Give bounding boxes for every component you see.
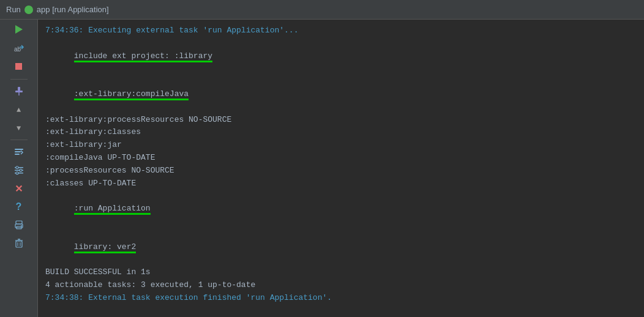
print-icon: [14, 220, 24, 230]
app-label: app [run Application]: [37, 5, 109, 14]
highlighted-text-4: library: ver2: [74, 242, 136, 253]
help-icon: ?: [16, 201, 22, 212]
log-line-6: :ext-library:jar: [45, 139, 637, 152]
print-button[interactable]: [10, 217, 28, 234]
svg-rect-3: [18, 87, 20, 91]
main-container: ab: [0, 20, 644, 317]
rerun-icon: ab: [13, 44, 24, 54]
svg-rect-18: [16, 241, 22, 247]
log-line-2: include ext project: :library: [45, 37, 637, 75]
trash-button[interactable]: [10, 235, 28, 252]
log-line-7: :compileJava UP-TO-DATE: [45, 152, 637, 165]
log-line-14: 7:34:38: External task execution finishe…: [45, 292, 637, 305]
title-bar: Run app [run Application]: [0, 0, 644, 20]
left-toolbar: ab: [0, 20, 38, 317]
arrow-up-button[interactable]: [10, 101, 28, 118]
arrow-up-icon: [17, 104, 21, 115]
settings-button[interactable]: [10, 162, 28, 179]
separator-1: [10, 79, 28, 80]
settings-icon: [14, 165, 24, 175]
log-line-3: :ext-library:compileJava: [45, 75, 637, 113]
highlighted-text-2: :ext-library:compileJava: [74, 89, 189, 100]
svg-rect-2: [15, 91, 23, 92]
stop-button[interactable]: [10, 59, 28, 76]
svg-point-9: [16, 166, 18, 169]
pin-icon: [13, 86, 24, 97]
log-line-11: library: ver2: [45, 228, 637, 266]
arrow-down-icon: [17, 122, 21, 133]
close-button[interactable]: ✕: [10, 180, 28, 197]
svg-point-13: [16, 172, 18, 174]
log-line-8: :processResources NO-SOURCE: [45, 165, 637, 177]
log-line-12: BUILD SUCCESSFUL in 1s: [45, 266, 637, 279]
run-label: Run: [6, 5, 21, 14]
log-line-5: :ext-library:classes: [45, 126, 637, 139]
log-line-4: :ext-library:processResources NO-SOURCE: [45, 114, 637, 127]
log-line-9: :classes UP-TO-DATE: [45, 177, 637, 190]
highlighted-text-3: :run Application: [74, 204, 151, 215]
separator-2: [10, 140, 28, 140]
rerun-button[interactable]: ab: [10, 40, 28, 58]
pin-button[interactable]: [10, 83, 28, 100]
highlighted-text-1: include ext project: :library: [74, 51, 212, 62]
run-status-icon: [24, 6, 33, 14]
svg-point-17: [21, 225, 22, 226]
console-output: 7:34:36: Executing external task 'run Ap…: [38, 20, 644, 317]
svg-rect-6: [15, 151, 21, 152]
log-line-1: 7:34:36: Executing external task 'run Ap…: [45, 24, 637, 37]
wrap-button[interactable]: [10, 143, 28, 160]
play-icon: [15, 25, 23, 37]
help-button[interactable]: ?: [10, 198, 28, 215]
log-line-10: :run Application: [45, 190, 637, 228]
svg-rect-5: [15, 149, 23, 150]
trash-icon: [15, 239, 23, 248]
svg-rect-14: [16, 221, 22, 224]
svg-rect-7: [15, 154, 20, 155]
log-line-13: 4 actionable tasks: 3 executed, 1 up-to-…: [45, 279, 637, 292]
close-icon: ✕: [15, 183, 23, 195]
stop-icon: [15, 62, 22, 73]
play-button[interactable]: [10, 22, 28, 39]
arrow-down-button[interactable]: [10, 119, 28, 136]
wrap-icon: [13, 147, 24, 157]
svg-point-11: [20, 169, 22, 171]
